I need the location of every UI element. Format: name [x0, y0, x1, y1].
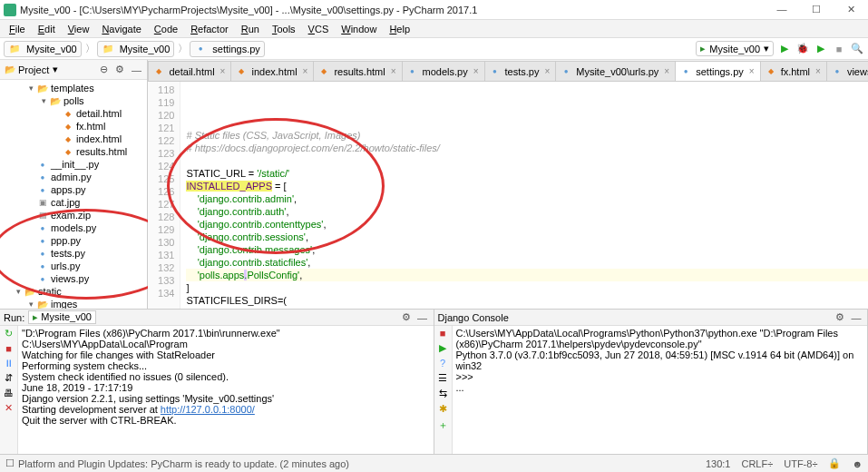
line-separator[interactable]: CRLF÷: [741, 458, 773, 469]
tree-item[interactable]: exam.zip: [0, 209, 147, 221]
stop-button[interactable]: ■: [440, 328, 446, 339]
title-bar: Mysite_v00 - [C:\Users\MY\PycharmProject…: [0, 0, 868, 20]
code-area[interactable]: # Static files (CSS, JavaScript, Images)…: [180, 82, 868, 309]
tree-item[interactable]: __init__.py: [0, 158, 147, 171]
tree-item[interactable]: detail.html: [0, 107, 147, 120]
tree-item[interactable]: admin.py: [0, 171, 147, 183]
hide-panel-icon[interactable]: —: [849, 310, 863, 325]
stop-button[interactable]: ■: [5, 343, 12, 354]
editor-tab[interactable]: models.py×: [402, 61, 485, 81]
close-tab-icon[interactable]: ×: [473, 66, 479, 76]
tree-item[interactable]: views.py: [0, 272, 147, 285]
editor-tab[interactable]: Mysite_v00\urls.py×: [555, 61, 676, 81]
soft-wrap-button[interactable]: ⇆: [439, 388, 447, 399]
tree-item[interactable]: cat.jpg: [0, 196, 147, 209]
menu-tools[interactable]: Tools: [267, 22, 301, 36]
close-tab-icon[interactable]: ×: [220, 66, 226, 76]
rerun-button[interactable]: ↻: [5, 328, 13, 339]
close-button[interactable]: ✕: [837, 4, 864, 15]
clear-button[interactable]: ✱: [439, 403, 447, 415]
editor-tab[interactable]: fx.html×: [760, 61, 827, 81]
editor-tab[interactable]: views.py×: [826, 61, 868, 81]
run-toolbar: ↻ ■ ⏸ ⇵ 🖶 ✕: [0, 326, 18, 454]
add-button[interactable]: ＋: [438, 418, 448, 432]
close-tab-icon[interactable]: ×: [664, 66, 669, 76]
run-config-dropdown[interactable]: ▸ Mysite_v00 ▾: [696, 41, 774, 56]
minimize-button[interactable]: —: [768, 4, 795, 15]
menu-navigate[interactable]: Navigate: [96, 22, 146, 36]
menu-refactor[interactable]: Refactor: [185, 22, 234, 36]
gear-icon[interactable]: ⚙: [399, 310, 414, 325]
status-bar: ☐ Platform and Plugin Updates: PyCharm i…: [0, 454, 868, 472]
editor-tab[interactable]: tests.py×: [484, 61, 557, 81]
collapse-all-icon[interactable]: ⊖: [96, 63, 111, 77]
print-button[interactable]: 🖶: [4, 388, 14, 398]
breadcrumb-file[interactable]: settings.py: [190, 41, 265, 57]
close-tab-icon[interactable]: ×: [815, 66, 821, 76]
project-icon: [4, 64, 16, 75]
close-tab-icon[interactable]: ×: [391, 66, 396, 76]
breadcrumb-root[interactable]: Mysite_v00: [4, 41, 82, 57]
hide-panel-icon[interactable]: —: [129, 63, 143, 77]
tree-item[interactable]: ▾imges: [0, 298, 147, 309]
cursor-position[interactable]: 130:1: [706, 458, 731, 469]
history-button[interactable]: ☰: [438, 372, 447, 384]
editor-tab[interactable]: settings.py×: [675, 61, 760, 81]
file-encoding[interactable]: UTF-8÷: [784, 458, 817, 469]
tree-item[interactable]: fx.html: [0, 120, 147, 133]
menu-vcs[interactable]: VCS: [303, 22, 335, 36]
close-tab-icon[interactable]: ×: [749, 66, 755, 76]
debug-button[interactable]: 🐞: [795, 42, 810, 56]
console-toolbar: ■ ▶ ? ☰ ⇆ ✱ ＋: [434, 326, 453, 454]
menu-code[interactable]: Code: [149, 22, 183, 36]
search-everywhere-button[interactable]: 🔍: [850, 42, 864, 56]
hector-icon[interactable]: ☻: [852, 458, 863, 469]
tree-item[interactable]: models.py: [0, 221, 147, 234]
pause-button[interactable]: ⏸: [4, 358, 14, 369]
close-tab-icon[interactable]: ×: [303, 66, 308, 76]
editor-tab[interactable]: detail.html×: [148, 61, 231, 81]
tree-item[interactable]: results.html: [0, 145, 147, 158]
editor-tab[interactable]: index.html×: [230, 61, 314, 81]
run-tool-window: Run: ▸ Mysite_v00 ⚙— ↻ ■ ⏸ ⇵ 🖶 ✕ "D:\Pro…: [0, 310, 434, 454]
tree-item[interactable]: ▾templates: [0, 82, 147, 94]
menu-window[interactable]: Window: [336, 22, 382, 36]
stop-button[interactable]: ■: [832, 42, 846, 56]
menu-help[interactable]: Help: [384, 22, 415, 36]
menu-edit[interactable]: Edit: [33, 22, 61, 36]
run-coverage-button[interactable]: ▶: [814, 42, 828, 56]
soft-wrap-button[interactable]: ⇵: [5, 372, 13, 384]
tree-item[interactable]: apps.py: [0, 183, 147, 196]
hide-panel-icon[interactable]: —: [415, 310, 430, 325]
code-editor[interactable]: 1181191201211221231241251261271281291301…: [148, 82, 868, 309]
execute-button[interactable]: ▶: [439, 342, 446, 354]
run-config-tab[interactable]: ▸ Mysite_v00: [28, 310, 96, 324]
tree-item[interactable]: ppp.py: [0, 234, 147, 247]
chevron-down-icon[interactable]: ▾: [53, 64, 58, 75]
gear-icon[interactable]: ⚙: [833, 310, 847, 325]
run-button[interactable]: ▶: [777, 42, 792, 56]
notification-icon[interactable]: ☐: [5, 457, 15, 469]
maximize-button[interactable]: ☐: [803, 4, 830, 15]
server-url-link[interactable]: http://127.0.0.1:8000/: [161, 404, 255, 415]
lock-icon[interactable]: 🔒: [828, 457, 841, 469]
project-tree[interactable]: ▾templates▾pollsdetail.htmlfx.htmlindex.…: [0, 80, 147, 309]
breadcrumb-module[interactable]: Mysite_v00: [97, 41, 175, 57]
status-message[interactable]: Platform and Plugin Updates: PyCharm is …: [18, 458, 349, 469]
project-title: Project: [18, 64, 49, 75]
help-button[interactable]: ?: [440, 358, 445, 369]
run-output[interactable]: "D:\Program Files (x86)\PyCharm 2017.1\b…: [18, 326, 434, 454]
menu-run[interactable]: Run: [236, 22, 265, 36]
django-output[interactable]: C:\Users\MY\AppData\Local\Programs\Pytho…: [453, 326, 868, 454]
tree-item[interactable]: tests.py: [0, 247, 147, 260]
close-button[interactable]: ✕: [5, 402, 13, 414]
menu-view[interactable]: View: [63, 22, 95, 36]
tree-item[interactable]: ▾static: [0, 285, 147, 298]
editor-tab[interactable]: results.html×: [313, 61, 402, 81]
tree-item[interactable]: ▾polls: [0, 94, 147, 107]
tree-item[interactable]: index.html: [0, 133, 147, 145]
menu-file[interactable]: File: [4, 22, 31, 36]
gear-icon[interactable]: ⚙: [112, 63, 127, 77]
tree-item[interactable]: urls.py: [0, 260, 147, 272]
close-tab-icon[interactable]: ×: [544, 66, 550, 76]
